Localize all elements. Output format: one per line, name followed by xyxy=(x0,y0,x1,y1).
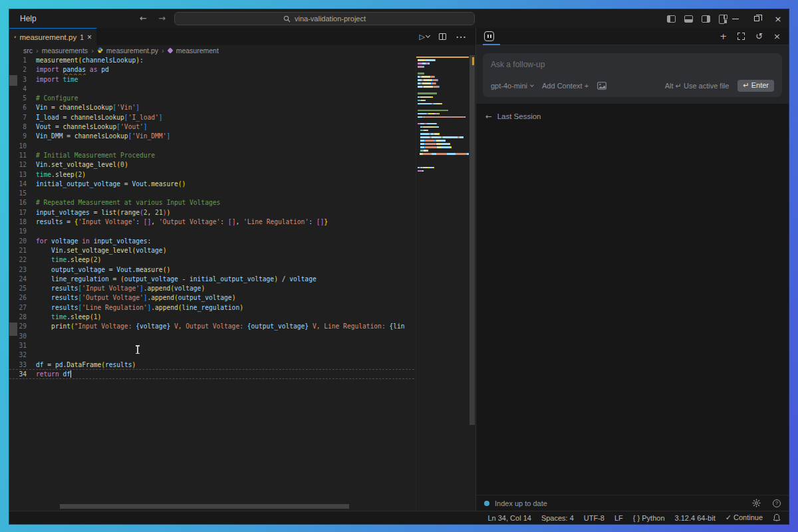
breadcrumb-file[interactable]: measurement.py xyxy=(106,47,158,55)
history-icon[interactable]: ↺ xyxy=(755,31,763,41)
tab-label: measurement.py xyxy=(19,33,76,41)
code-line-15[interactable]: 15 xyxy=(9,189,414,198)
left-edge-marker xyxy=(9,323,17,336)
code-line-18[interactable]: 18results = {'Input Voltage': [], 'Outpu… xyxy=(9,217,414,227)
status-continue-extension[interactable]: ✓ Continue xyxy=(726,513,763,522)
toggle-secondary-sidebar-icon[interactable] xyxy=(702,15,710,23)
restore-icon xyxy=(754,16,759,21)
horizontal-scrollbar-thumb[interactable] xyxy=(60,504,349,509)
code-line-13[interactable]: 13time.sleep(2) xyxy=(9,170,414,180)
index-status-label[interactable]: Index up to date xyxy=(495,499,547,507)
panel-header: + ↺ × xyxy=(476,28,789,45)
code-line-25[interactable]: 25 results['Input Voltage'].append(volta… xyxy=(9,284,414,293)
code-line-21[interactable]: 21 Vin.set_voltage_level(voltage) xyxy=(9,246,414,255)
code-line-11[interactable]: 11# Initial Measurement Procedure xyxy=(9,151,414,160)
code-line-28[interactable]: 28 time.sleep(1) xyxy=(9,313,414,322)
minimap[interactable] xyxy=(416,57,469,511)
code-lines[interactable]: 1measurement(channelsLookup):2import pan… xyxy=(9,56,414,379)
code-line-14[interactable]: 14initial_output_voltage = Vout.measure(… xyxy=(9,180,414,189)
code-line-7[interactable]: 7I_load = channelsLookup['I_load'] xyxy=(9,113,414,122)
code-line-1[interactable]: 1measurement(channelsLookup): xyxy=(9,56,414,65)
tab-close-icon[interactable]: × xyxy=(87,33,92,41)
last-session-link[interactable]: ← Last Session xyxy=(476,104,789,129)
code-line-27[interactable]: 27 results['Line Regulation'].append(lin… xyxy=(9,303,414,313)
help-icon[interactable]: ? xyxy=(773,499,781,507)
code-line-5[interactable]: 5# Configure xyxy=(9,94,414,103)
code-line-22[interactable]: 22 time.sleep(2) xyxy=(9,255,414,265)
add-context-button[interactable]: Add Context + xyxy=(542,82,589,90)
line-number: 34 xyxy=(9,370,36,378)
status-indentation[interactable]: Spaces: 4 xyxy=(541,514,574,522)
line-number: 12 xyxy=(9,160,36,170)
command-center-label: vina-validation-project xyxy=(295,15,366,23)
code-line-31[interactable]: 31 xyxy=(9,341,414,350)
code-line-4[interactable]: 4 xyxy=(9,84,414,94)
tab-measurement-py[interactable]: measurement.py 1 × xyxy=(9,28,97,45)
menu-help[interactable]: Help xyxy=(20,9,37,28)
fullscreen-icon[interactable] xyxy=(737,33,745,40)
minimap-modified-marker xyxy=(416,57,469,58)
notifications-bell-icon[interactable] xyxy=(773,513,781,522)
status-eol[interactable]: LF xyxy=(614,514,623,522)
code-line-34[interactable]: 34return df xyxy=(9,370,414,379)
line-number: 27 xyxy=(9,303,36,313)
breadcrumb-root[interactable]: src xyxy=(23,47,33,55)
new-session-icon[interactable]: + xyxy=(720,31,727,41)
status-encoding[interactable]: UTF-8 xyxy=(584,514,604,522)
line-number: 25 xyxy=(9,284,36,293)
vertical-scrollbar[interactable] xyxy=(469,55,475,511)
code-line-30[interactable]: 30 xyxy=(9,332,414,341)
code-line-19[interactable]: 19 xyxy=(9,227,414,236)
run-python-file-button[interactable]: ▷ xyxy=(420,33,430,41)
breadcrumb-folder[interactable]: measurements xyxy=(42,47,88,55)
run-dropdown-chevron-icon[interactable] xyxy=(426,33,430,38)
model-selector[interactable]: gpt-4o-mini xyxy=(491,82,533,90)
nav-forward-icon[interactable]: → xyxy=(158,9,166,28)
code-line-9[interactable]: 9Vin_DMM = channelsLookup['Vin_DMM'] xyxy=(9,132,414,141)
code-line-6[interactable]: 6Vin = channelsLookup['Vin'] xyxy=(9,103,414,112)
code-line-23[interactable]: 23 output_voltage = Vout.measure() xyxy=(9,265,414,275)
code-line-26[interactable]: 26 results['Output Voltage'].append(outp… xyxy=(9,293,414,303)
line-number: 22 xyxy=(9,255,36,265)
gear-icon[interactable] xyxy=(752,499,761,507)
close-panel-icon[interactable]: × xyxy=(773,31,781,41)
tab-bar: measurement.py 1 × ▷ ⋯ xyxy=(9,28,475,45)
status-language-python[interactable]: { } Python xyxy=(633,514,665,522)
line-number: 1 xyxy=(9,56,36,65)
vertical-scrollbar-thumb[interactable] xyxy=(469,55,475,425)
status-line-col[interactable]: Ln 34, Col 14 xyxy=(487,514,531,522)
code-line-8[interactable]: 8Vout = channelsLookup['Vout'] xyxy=(9,122,414,132)
code-line-24[interactable]: 24 line_regulation = (output_voltage - i… xyxy=(9,275,414,284)
window-buttons: × xyxy=(725,9,789,28)
toggle-panel-icon[interactable] xyxy=(684,15,693,23)
breadcrumb-symbol[interactable]: measurement xyxy=(176,47,219,55)
code-line-16[interactable]: 16# Repeated Measurement at various Inpu… xyxy=(9,198,414,207)
code-line-10[interactable]: 10 xyxy=(9,142,414,151)
line-number: 28 xyxy=(9,313,36,322)
status-python-interpreter[interactable]: 3.12.4 64-bit xyxy=(675,514,716,522)
continue-logo-icon[interactable] xyxy=(484,31,494,41)
attach-image-icon[interactable] xyxy=(597,82,606,90)
code-line-29[interactable]: 29 print("Input Voltage: {voltage} V, Ou… xyxy=(9,322,414,331)
close-window-button[interactable]: × xyxy=(767,9,789,28)
code-line-2[interactable]: 2import pandas as pd xyxy=(9,65,414,74)
nav-back-icon[interactable]: ← xyxy=(140,9,147,28)
toggle-primary-sidebar-icon[interactable] xyxy=(667,15,676,23)
chat-input-box[interactable]: Ask a follow-up gpt-4o-mini Add Context … xyxy=(483,53,782,97)
minimize-button[interactable] xyxy=(725,9,746,28)
code-editor[interactable]: 1measurement(channelsLookup):2import pan… xyxy=(9,55,475,511)
code-line-20[interactable]: 20for voltage in input_voltages: xyxy=(9,237,414,246)
code-line-3[interactable]: 3import time xyxy=(9,75,414,84)
code-line-33[interactable]: 33df = pd.DataFrame(results) xyxy=(9,360,414,370)
line-number: 15 xyxy=(9,189,36,198)
enter-button[interactable]: ↵ Enter xyxy=(737,80,774,92)
code-line-32[interactable]: 32 xyxy=(9,350,414,360)
more-actions-icon[interactable]: ⋯ xyxy=(456,31,466,43)
code-line-17[interactable]: 17input_voltages = list(range(2, 21)) xyxy=(9,208,414,217)
split-editor-icon[interactable] xyxy=(439,33,446,40)
line-number: 7 xyxy=(9,113,36,122)
line-number: 19 xyxy=(9,227,36,236)
command-center-search[interactable]: vina-validation-project xyxy=(174,12,475,25)
code-line-12[interactable]: 12Vin.set_voltage_level(0) xyxy=(9,160,414,170)
restore-button[interactable] xyxy=(746,9,767,28)
